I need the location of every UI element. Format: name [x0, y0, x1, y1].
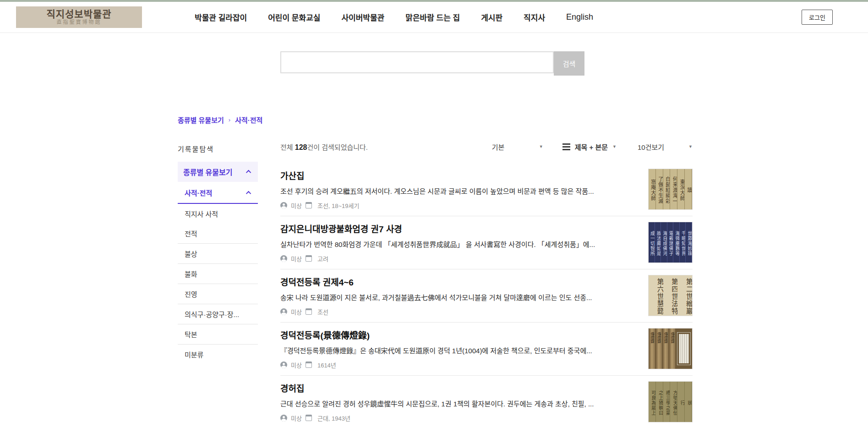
item-date: 고려 [317, 254, 328, 263]
item-meta: 미상 조선, 18~19세기 [280, 201, 637, 210]
sidebar-item-bulhwa[interactable]: 불화 [178, 264, 258, 284]
item-title[interactable]: 경허집 [280, 382, 637, 394]
calendar-icon [306, 308, 312, 315]
result-item[interactable]: 경덕전등록 권제4~6 송宋 나라 도원道源이 지은 불서로, 과거칠불過去七佛… [280, 269, 693, 323]
result-item[interactable]: 가산집 조선 후기의 승려 계오繼五의 저서이다. 계오스님은 시문과 글씨로 … [280, 163, 693, 216]
content: 기록물탐색 종류별 유물보기 사적·전적 직지사 사적 전적 불상 불화 진영 … [178, 141, 868, 427]
item-date: 조선, 18~19세기 [317, 201, 360, 210]
item-date: 조선 [317, 307, 328, 316]
item-description: 『경덕전등록景德傳燈錄』은 송대宋代에 도원道原이 경덕 1년(1004)에 저… [280, 346, 637, 356]
item-author: 미상 [291, 307, 302, 316]
item-author: 미상 [291, 201, 302, 210]
sidebar-item-sajeok-jeonjeok[interactable]: 사적·전적 [178, 182, 258, 204]
nav-item-jikjisa[interactable]: 직지사 [524, 11, 545, 23]
sidebar-item-jeonjeok[interactable]: 전적 [178, 224, 258, 244]
sidebar-item-takbon[interactable]: 탁본 [178, 324, 258, 345]
sidebar-active-label: 사적·전적 [185, 188, 212, 197]
result-item[interactable]: 경허집 근대 선승으로 알려진 경허 성우鏡虛惺牛의 시문집으로, 1권 1책의… [280, 376, 693, 427]
search-bar: 검색 [280, 51, 868, 76]
page-size-select[interactable]: 10건보기 ▼ [638, 142, 693, 152]
item-meta: 미상 조선 [280, 307, 637, 316]
item-date: 1614년 [317, 361, 336, 369]
sort-select-value: 기본 [492, 142, 505, 152]
result-item[interactable]: 경덕전등록(景德傳燈錄) 『경덕전등록景德傳燈錄』은 송대宋代에 도원道原이 경… [280, 323, 693, 376]
chevron-down-icon: ▼ [688, 144, 693, 149]
sidebar-item-bulsang[interactable]: 불상 [178, 244, 258, 264]
item-title[interactable]: 경덕전등록 권제4~6 [280, 275, 637, 288]
sidebar-group-relic-types[interactable]: 종류별 유물보기 [178, 162, 258, 182]
item-thumbnail[interactable]: 成一切智所故法藏如是海自成佛河電親諸佛子海微塵數等千暗知世界世眾海妙珠 [648, 222, 693, 263]
header: 직지성보박물관 直指聖寶博物館 박물관 길라잡이 어린이 문화교실 사이버박물관… [0, 2, 868, 33]
result-item[interactable]: 감지은니대방광불화엄경 권7 사경 실차난타가 번역한 80화엄경 가운데 「세… [280, 216, 693, 269]
breadcrumb-category[interactable]: 종류별 유물보기 [178, 115, 224, 125]
item-description: 실차난타가 번역한 80화엄경 가운데 「세계성취품世界成就品」 을 서사書寫한… [280, 240, 637, 249]
calendar-icon [306, 361, 312, 368]
sort-select[interactable]: 기본 ▼ [492, 142, 543, 152]
calendar-icon [306, 415, 312, 421]
item-description: 조선 후기의 승려 계오繼五의 저서이다. 계오스님은 시문과 글씨로 이름이 … [280, 187, 637, 196]
item-thumbnail[interactable]: 第六世慧懿第四世法特第二世繒巖 [648, 275, 693, 316]
item-meta: 미상 근대, 1943년 [280, 414, 637, 422]
person-icon [280, 361, 287, 368]
nav-item-cyber-museum[interactable]: 사이버박물관 [341, 11, 384, 23]
item-meta: 미상 고려 [280, 254, 637, 263]
item-thumbnail[interactable]: 宻庵大師了做不生滅白髭紅綃彩何来渡海一東溟大師讀 [648, 169, 693, 210]
sidebar-group-label: 종류별 유물보기 [183, 166, 233, 177]
person-icon [280, 415, 287, 422]
sidebar-title: 기록물탐색 [178, 144, 258, 153]
page-size-value: 10건보기 [638, 142, 664, 152]
search-scope-select[interactable]: 제목 + 본문 ▼ [562, 142, 617, 152]
item-title[interactable]: 가산집 [280, 169, 637, 181]
item-description: 송宋 나라 도원道源이 지은 불서로, 과거칠불過去七佛에서 석가모니불을 거쳐… [280, 293, 637, 302]
nav-item-museum-guide[interactable]: 박물관 길라잡이 [195, 11, 247, 23]
nav-item-english[interactable]: English [566, 12, 593, 22]
main-nav: 박물관 길라잡이 어린이 문화교실 사이버박물관 맑은바람 드는 집 게시판 직… [195, 11, 593, 23]
page: 직지성보박물관 直指聖寶博物館 박물관 길라잡이 어린이 문화교실 사이버박물관… [0, 0, 868, 427]
person-icon [280, 308, 287, 315]
sidebar-item-uisikgu[interactable]: 의식구·공양구·장... [178, 304, 258, 324]
person-icon [280, 202, 287, 209]
item-author: 미상 [291, 414, 302, 422]
item-author: 미상 [291, 361, 302, 369]
chevron-down-icon: ▼ [539, 144, 543, 149]
list-icon [562, 143, 570, 150]
person-icon [280, 255, 287, 262]
scope-select-value: 제목 + 본문 [575, 142, 608, 152]
chevron-up-icon [246, 191, 251, 196]
logo-title: 직지성보박물관 [46, 9, 111, 19]
nav-item-clean-breeze-house[interactable]: 맑은바람 드는 집 [405, 11, 460, 23]
search-button[interactable]: 검색 [554, 51, 584, 76]
sidebar-item-mibullyu[interactable]: 미분류 [178, 345, 258, 364]
nav-item-children-class[interactable]: 어린이 문화교실 [268, 11, 320, 23]
item-thumbnail[interactable]: 傳燈錄傳燈錄傳燈錄傳燈錄 [648, 328, 693, 369]
item-title[interactable]: 경덕전등록(景德傳燈錄) [280, 328, 637, 341]
calendar-icon [306, 255, 312, 262]
results-summary: 전체 128건이 검색되었습니다. [280, 142, 368, 152]
breadcrumb-separator: › [229, 116, 230, 123]
nav-item-board[interactable]: 게시판 [481, 11, 502, 23]
logo[interactable]: 직지성보박물관 直指聖寶博物館 [16, 6, 142, 28]
breadcrumb: 종류별 유물보기 › 사적·전적 [178, 115, 868, 125]
logo-subtitle: 直指聖寶博物館 [57, 19, 102, 25]
results-controls: 기본 ▼ 제목 + 본문 ▼ 10건보기 ▼ [492, 142, 693, 152]
login-button[interactable]: 로그인 [802, 10, 833, 25]
chevron-down-icon: ▼ [612, 144, 617, 149]
results-list: 가산집 조선 후기의 승려 계오繼五의 저서이다. 계오스님은 시문과 글씨로 … [280, 163, 693, 427]
item-author: 미상 [291, 254, 302, 263]
item-date: 근대, 1943년 [317, 414, 350, 422]
calendar-icon [306, 202, 312, 208]
sidebar-item-jinyeong[interactable]: 진영 [178, 284, 258, 304]
item-description: 근대 선승으로 알려진 경허 성우鏡虛惺牛의 시문집으로, 1권 1책의 활자본… [280, 400, 637, 409]
search-input[interactable] [280, 51, 554, 73]
results-header: 전체 128건이 검색되었습니다. 기본 ▼ 제목 + 본문 ▼ 10건보기 ▼ [280, 141, 693, 152]
item-meta: 미상 1614년 [280, 361, 637, 369]
chevron-up-icon [246, 170, 251, 175]
sidebar: 기록물탐색 종류별 유물보기 사적·전적 직지사 사적 전적 불상 불화 진영 … [178, 141, 258, 364]
item-title[interactable]: 감지은니대방광불화엄경 권7 사경 [280, 222, 637, 235]
sidebar-item-jikjisa-sajeok[interactable]: 직지사 사적 [178, 204, 258, 224]
item-thumbnail[interactable]: 可良為屬上之上猗執曰禮三學之蒙方劬天佛伝行狀 [648, 381, 693, 422]
sidebar-list: 직지사 사적 전적 불상 불화 진영 의식구·공양구·장... 탁본 미분류 [178, 204, 258, 364]
results-count: 128 [295, 143, 307, 151]
results-panel: 전체 128건이 검색되었습니다. 기본 ▼ 제목 + 본문 ▼ 10건보기 ▼ [280, 141, 693, 427]
breadcrumb-current[interactable]: 사적·전적 [235, 115, 262, 125]
